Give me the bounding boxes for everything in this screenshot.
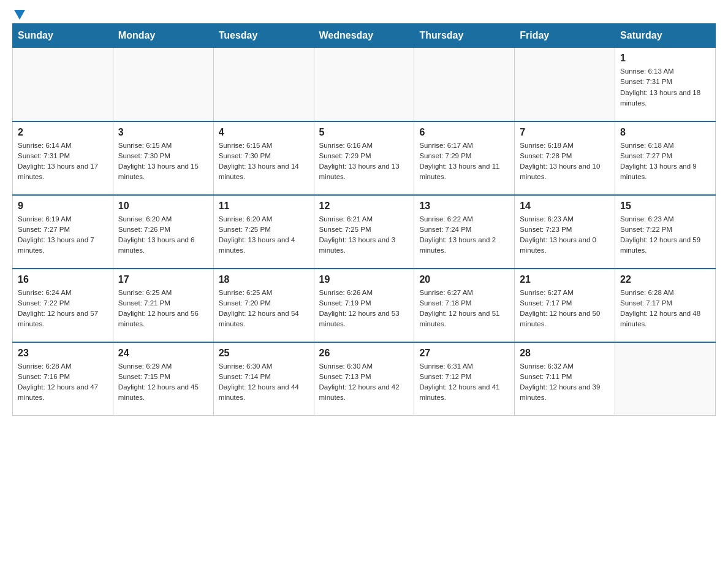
calendar-cell: 12Sunrise: 6:21 AMSunset: 7:25 PMDayligh…: [314, 195, 414, 269]
calendar-cell: 4Sunrise: 6:15 AMSunset: 7:30 PMDaylight…: [213, 121, 314, 195]
calendar-table: SundayMondayTuesdayWednesdayThursdayFrid…: [12, 23, 716, 416]
calendar-cell: 24Sunrise: 6:29 AMSunset: 7:15 PMDayligh…: [113, 342, 213, 416]
day-number: 6: [419, 127, 509, 138]
day-number: 24: [118, 348, 208, 359]
day-number: 10: [118, 201, 208, 212]
calendar-cell: [213, 48, 314, 121]
day-number: 27: [419, 348, 509, 359]
calendar-cell: 5Sunrise: 6:16 AMSunset: 7:29 PMDaylight…: [314, 121, 414, 195]
calendar-cell: 10Sunrise: 6:20 AMSunset: 7:26 PMDayligh…: [113, 195, 213, 269]
calendar-cell: 11Sunrise: 6:20 AMSunset: 7:25 PMDayligh…: [213, 195, 314, 269]
day-info: Sunrise: 6:20 AMSunset: 7:25 PMDaylight:…: [219, 214, 309, 256]
calendar-header-thursday: Thursday: [414, 24, 515, 48]
calendar-cell: [515, 48, 615, 121]
day-info: Sunrise: 6:27 AMSunset: 7:18 PMDaylight:…: [419, 288, 509, 330]
day-info: Sunrise: 6:29 AMSunset: 7:15 PMDaylight:…: [118, 361, 208, 404]
calendar-header-saturday: Saturday: [615, 24, 716, 48]
day-number: 25: [219, 348, 309, 359]
calendar-cell: 21Sunrise: 6:27 AMSunset: 7:17 PMDayligh…: [515, 269, 615, 342]
calendar-cell: 16Sunrise: 6:24 AMSunset: 7:22 PMDayligh…: [13, 269, 113, 342]
day-number: 22: [620, 274, 710, 285]
calendar-cell: 15Sunrise: 6:23 AMSunset: 7:22 PMDayligh…: [615, 195, 716, 269]
day-info: Sunrise: 6:30 AMSunset: 7:13 PMDaylight:…: [319, 361, 409, 404]
calendar-cell: 25Sunrise: 6:30 AMSunset: 7:14 PMDayligh…: [213, 342, 314, 416]
day-info: Sunrise: 6:17 AMSunset: 7:29 PMDaylight:…: [419, 140, 509, 183]
calendar-week-row: 9Sunrise: 6:19 AMSunset: 7:27 PMDaylight…: [13, 195, 716, 269]
calendar-header-sunday: Sunday: [13, 24, 113, 48]
day-info: Sunrise: 6:32 AMSunset: 7:11 PMDaylight:…: [520, 361, 610, 404]
calendar-cell: [615, 342, 716, 416]
day-number: 28: [520, 348, 610, 359]
day-info: Sunrise: 6:16 AMSunset: 7:29 PMDaylight:…: [319, 140, 409, 183]
calendar-cell: 17Sunrise: 6:25 AMSunset: 7:21 PMDayligh…: [113, 269, 213, 342]
day-number: 9: [18, 201, 108, 212]
calendar-cell: 1Sunrise: 6:13 AMSunset: 7:31 PMDaylight…: [615, 48, 716, 121]
calendar-cell: 20Sunrise: 6:27 AMSunset: 7:18 PMDayligh…: [414, 269, 515, 342]
day-number: 14: [520, 201, 610, 212]
calendar-cell: [13, 48, 113, 121]
calendar-cell: 2Sunrise: 6:14 AMSunset: 7:31 PMDaylight…: [13, 121, 113, 195]
calendar-cell: 28Sunrise: 6:32 AMSunset: 7:11 PMDayligh…: [515, 342, 615, 416]
day-info: Sunrise: 6:24 AMSunset: 7:22 PMDaylight:…: [18, 288, 108, 330]
day-number: 20: [419, 274, 509, 285]
calendar-cell: 7Sunrise: 6:18 AMSunset: 7:28 PMDaylight…: [515, 121, 615, 195]
day-info: Sunrise: 6:23 AMSunset: 7:22 PMDaylight:…: [620, 214, 710, 256]
calendar-cell: 27Sunrise: 6:31 AMSunset: 7:12 PMDayligh…: [414, 342, 515, 416]
logo: [12, 12, 25, 17]
calendar-cell: 18Sunrise: 6:25 AMSunset: 7:20 PMDayligh…: [213, 269, 314, 342]
calendar-cell: [113, 48, 213, 121]
calendar-cell: 14Sunrise: 6:23 AMSunset: 7:23 PMDayligh…: [515, 195, 615, 269]
calendar-header-tuesday: Tuesday: [213, 24, 314, 48]
day-info: Sunrise: 6:30 AMSunset: 7:14 PMDaylight:…: [219, 361, 309, 404]
day-number: 1: [620, 53, 710, 64]
calendar-cell: 13Sunrise: 6:22 AMSunset: 7:24 PMDayligh…: [414, 195, 515, 269]
calendar-header-monday: Monday: [113, 24, 213, 48]
day-number: 13: [419, 201, 509, 212]
day-number: 17: [118, 274, 208, 285]
day-info: Sunrise: 6:20 AMSunset: 7:26 PMDaylight:…: [118, 214, 208, 256]
day-number: 23: [18, 348, 108, 359]
calendar-header-friday: Friday: [515, 24, 615, 48]
day-info: Sunrise: 6:25 AMSunset: 7:20 PMDaylight:…: [219, 288, 309, 330]
day-number: 3: [118, 127, 208, 138]
day-info: Sunrise: 6:15 AMSunset: 7:30 PMDaylight:…: [118, 140, 208, 183]
page-header: [12, 12, 716, 17]
calendar-cell: 26Sunrise: 6:30 AMSunset: 7:13 PMDayligh…: [314, 342, 414, 416]
calendar-cell: 22Sunrise: 6:28 AMSunset: 7:17 PMDayligh…: [615, 269, 716, 342]
day-info: Sunrise: 6:28 AMSunset: 7:17 PMDaylight:…: [620, 288, 710, 330]
day-info: Sunrise: 6:19 AMSunset: 7:27 PMDaylight:…: [18, 214, 108, 256]
day-info: Sunrise: 6:25 AMSunset: 7:21 PMDaylight:…: [118, 288, 208, 330]
day-number: 16: [18, 274, 108, 285]
day-number: 5: [319, 127, 409, 138]
calendar-cell: 19Sunrise: 6:26 AMSunset: 7:19 PMDayligh…: [314, 269, 414, 342]
calendar-header-row: SundayMondayTuesdayWednesdayThursdayFrid…: [13, 24, 716, 48]
calendar-week-row: 16Sunrise: 6:24 AMSunset: 7:22 PMDayligh…: [13, 269, 716, 342]
day-number: 2: [18, 127, 108, 138]
day-info: Sunrise: 6:18 AMSunset: 7:28 PMDaylight:…: [520, 140, 610, 183]
day-number: 26: [319, 348, 409, 359]
day-number: 21: [520, 274, 610, 285]
day-info: Sunrise: 6:15 AMSunset: 7:30 PMDaylight:…: [219, 140, 309, 183]
calendar-week-row: 2Sunrise: 6:14 AMSunset: 7:31 PMDaylight…: [13, 121, 716, 195]
day-number: 7: [520, 127, 610, 138]
calendar-week-row: 23Sunrise: 6:28 AMSunset: 7:16 PMDayligh…: [13, 342, 716, 416]
day-info: Sunrise: 6:28 AMSunset: 7:16 PMDaylight:…: [18, 361, 108, 404]
day-number: 12: [319, 201, 409, 212]
day-number: 19: [319, 274, 409, 285]
calendar-cell: [314, 48, 414, 121]
day-info: Sunrise: 6:26 AMSunset: 7:19 PMDaylight:…: [319, 288, 409, 330]
calendar-cell: 6Sunrise: 6:17 AMSunset: 7:29 PMDaylight…: [414, 121, 515, 195]
day-info: Sunrise: 6:21 AMSunset: 7:25 PMDaylight:…: [319, 214, 409, 256]
day-number: 8: [620, 127, 710, 138]
day-number: 11: [219, 201, 309, 212]
day-info: Sunrise: 6:18 AMSunset: 7:27 PMDaylight:…: [620, 140, 710, 183]
day-info: Sunrise: 6:13 AMSunset: 7:31 PMDaylight:…: [620, 66, 710, 109]
day-info: Sunrise: 6:23 AMSunset: 7:23 PMDaylight:…: [520, 214, 610, 256]
calendar-cell: 8Sunrise: 6:18 AMSunset: 7:27 PMDaylight…: [615, 121, 716, 195]
day-number: 15: [620, 201, 710, 212]
calendar-cell: [414, 48, 515, 121]
calendar-week-row: 1Sunrise: 6:13 AMSunset: 7:31 PMDaylight…: [13, 48, 716, 121]
day-info: Sunrise: 6:22 AMSunset: 7:24 PMDaylight:…: [419, 214, 509, 256]
calendar-cell: 3Sunrise: 6:15 AMSunset: 7:30 PMDaylight…: [113, 121, 213, 195]
day-number: 4: [219, 127, 309, 138]
